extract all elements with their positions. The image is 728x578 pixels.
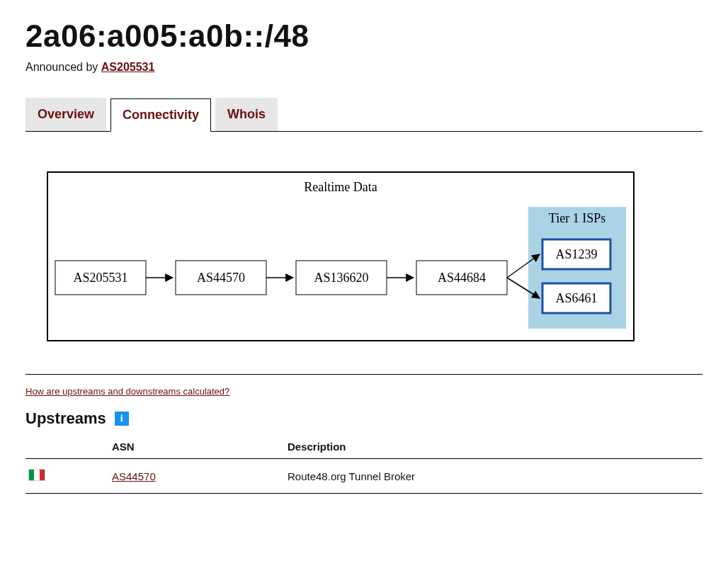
connectivity-diagram-wrap: Realtime Data Tier 1 ISPs AS205531AS4457… bbox=[25, 132, 703, 366]
calc-method-link[interactable]: How are upstreams and downstreams calcul… bbox=[25, 386, 229, 397]
page-title: 2a06:a005:a0b::/48 bbox=[25, 18, 703, 54]
announced-label: Announced by bbox=[25, 61, 101, 73]
tier1-node-label: AS6461 bbox=[555, 291, 597, 305]
asn-cell: AS44570 bbox=[109, 459, 285, 494]
upstreams-heading: Upstreams bbox=[25, 409, 106, 428]
flag-cell bbox=[25, 459, 109, 494]
divider-top bbox=[25, 374, 703, 375]
table-row: AS44570Route48.org Tunnel Broker bbox=[25, 459, 703, 494]
col-description: Description bbox=[285, 435, 703, 459]
tab-overview[interactable]: Overview bbox=[25, 98, 106, 131]
upstreams-head: Upstreams i bbox=[25, 409, 703, 428]
col-asn: ASN bbox=[109, 435, 285, 459]
tab-connectivity[interactable]: Connectivity bbox=[110, 98, 211, 132]
upstreams-table: ASN Description AS44570Route48.org Tunne… bbox=[25, 435, 703, 494]
announced-asn-link[interactable]: AS205531 bbox=[101, 61, 155, 73]
tier1-label-text: Tier 1 ISPs bbox=[549, 211, 605, 225]
as-node-label: AS44684 bbox=[438, 271, 486, 285]
diagram-title-text: Realtime Data bbox=[304, 180, 377, 194]
as-node-label: AS205531 bbox=[73, 271, 127, 285]
asn-link[interactable]: AS44570 bbox=[112, 470, 156, 482]
tabs: Overview Connectivity Whois bbox=[25, 98, 703, 132]
description-cell: Route48.org Tunnel Broker bbox=[285, 459, 703, 494]
tier1-node-label: AS1239 bbox=[555, 247, 597, 261]
col-flag bbox=[25, 435, 109, 459]
connectivity-diagram: Realtime Data Tier 1 ISPs AS205531AS4457… bbox=[47, 171, 635, 341]
announced-by: Announced by AS205531 bbox=[25, 61, 703, 74]
flag-italy-icon bbox=[28, 469, 45, 481]
page-root: 2a06:a005:a0b::/48 Announced by AS205531… bbox=[0, 0, 728, 522]
as-node-label: AS136620 bbox=[314, 271, 368, 285]
tab-whois[interactable]: Whois bbox=[215, 98, 278, 131]
as-node-label: AS44570 bbox=[197, 271, 245, 285]
info-icon[interactable]: i bbox=[115, 412, 129, 426]
